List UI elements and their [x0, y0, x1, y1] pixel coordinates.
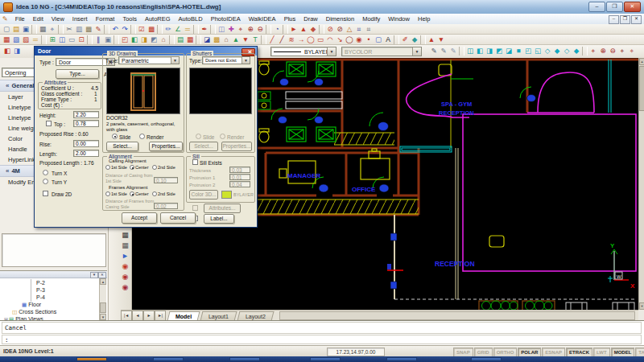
tree-item[interactable]: P-3: [0, 286, 100, 294]
roof-icon[interactable]: ⌂: [159, 35, 168, 44]
menu-item[interactable]: Edit: [29, 14, 47, 23]
casing-1st-radio[interactable]: [105, 165, 110, 170]
scroll-down-icon[interactable]: ▼: [639, 302, 644, 310]
layer-states-icon[interactable]: ▦: [120, 241, 130, 250]
menu-item[interactable]: View: [47, 14, 68, 23]
view-cube-back-icon[interactable]: ◱: [533, 47, 543, 56]
linetype-combobox[interactable]: BYLAYER ▼: [270, 47, 336, 56]
copy-icon[interactable]: ▥: [74, 25, 84, 34]
horizontal-scrollbar[interactable]: [279, 311, 635, 320]
image-icon[interactable]: ◫: [217, 25, 226, 34]
angle-measure-icon[interactable]: ∠: [173, 25, 183, 34]
view-cube-ne-icon[interactable]: ◪: [504, 47, 514, 56]
render-sphere-3-icon[interactable]: ◉: [120, 282, 130, 292]
taskbar-item[interactable]: [76, 357, 107, 361]
frames-center-radio[interactable]: [130, 191, 134, 196]
menu-item[interactable]: AutoBLD: [175, 14, 207, 23]
no-entity-icon[interactable]: ⊘: [325, 25, 335, 34]
vertical-scrollbar[interactable]: ▲ ▼: [638, 58, 644, 310]
turn-y-radio[interactable]: [43, 179, 48, 184]
menu-item[interactable]: Plus: [280, 14, 300, 23]
height-field[interactable]: 2.20: [73, 111, 99, 118]
view-diamond-2-icon[interactable]: ◆: [552, 47, 562, 56]
zoom-out-2-icon[interactable]: ⊖: [608, 47, 617, 56]
taskbar-item[interactable]: [229, 357, 260, 361]
redo-icon[interactable]: ↷: [120, 25, 130, 34]
render-radio[interactable]: [139, 134, 145, 139]
print-icon[interactable]: ▦: [38, 25, 47, 34]
paste-icon[interactable]: ▩: [84, 25, 93, 34]
layer-manager-icon[interactable]: ▦: [120, 230, 130, 240]
rectangle-icon[interactable]: ▭: [316, 35, 325, 44]
view-cube-sw-icon[interactable]: ◧: [475, 47, 485, 56]
beam-icon[interactable]: ═: [31, 35, 40, 44]
menu-item[interactable]: Modify: [358, 14, 384, 23]
zoom-realtime-icon[interactable]: ⌖: [588, 47, 598, 56]
draw-order-2-icon[interactable]: ✎: [439, 47, 448, 56]
slab-icon[interactable]: ▭: [67, 35, 76, 44]
window-tool-icon[interactable]: ◫: [57, 35, 67, 44]
casing-2nd-radio[interactable]: [152, 165, 157, 170]
menu-item[interactable]: File: [11, 14, 29, 23]
status-toggle[interactable]: TABLET: [635, 348, 644, 357]
wall-outer-icon[interactable]: ▧: [21, 35, 31, 44]
panel-tool-icon[interactable]: ▣: [103, 35, 113, 44]
menu-item[interactable]: AutoREG: [141, 14, 175, 23]
menu-item[interactable]: PhotoIDEA: [207, 14, 245, 23]
shutters-type-combobox[interactable]: Does not Exist ▼: [202, 56, 250, 64]
tree-item[interactable]: ◫Cross Sections: [0, 308, 100, 315]
menu-item[interactable]: Format: [92, 14, 119, 23]
hatch-wall-icon[interactable]: ▦: [185, 35, 195, 44]
view-diamond-4-icon[interactable]: ◆: [572, 47, 581, 56]
view-cube-se-icon[interactable]: ◨: [485, 47, 494, 56]
menu-item[interactable]: Draw: [299, 14, 322, 23]
minimize-button[interactable]: –: [588, 2, 605, 12]
rise-field[interactable]: 0.00: [73, 140, 99, 147]
scroll-up-icon[interactable]: ▲: [639, 58, 644, 65]
pencil-icon[interactable]: ✏: [163, 25, 173, 34]
view-cube-nw-icon[interactable]: ◩: [494, 47, 504, 56]
status-toggle[interactable]: ESNAP: [542, 348, 565, 357]
open-icon[interactable]: ▤: [11, 25, 21, 34]
panel-close-icon[interactable]: ✕: [98, 272, 106, 278]
turn-x-radio[interactable]: [43, 170, 48, 175]
draw-order-3-icon[interactable]: ✎: [448, 47, 458, 56]
triangle-warn-icon[interactable]: △: [345, 25, 354, 34]
ruler-icon[interactable]: ═: [183, 25, 192, 34]
house-icon[interactable]: ⌂: [221, 35, 231, 44]
iso-view-icon[interactable]: ◧: [2, 47, 12, 56]
status-toggle[interactable]: SNAP: [453, 348, 473, 357]
frames-1st-radio[interactable]: [105, 191, 110, 196]
cancel-button[interactable]: Cancel: [160, 212, 196, 224]
scrollbar-thumb[interactable]: [639, 66, 644, 111]
mdi-restore-button[interactable]: ❐: [620, 15, 630, 24]
fly-through-icon[interactable]: ►: [120, 251, 130, 261]
label-button[interactable]: Label...: [204, 214, 234, 224]
zoom-out-icon[interactable]: ⊖: [255, 25, 265, 34]
draw-2d-checkbox[interactable]: [43, 191, 48, 196]
spline-icon[interactable]: ↘: [335, 35, 345, 44]
restore-button[interactable]: ❐: [606, 2, 623, 12]
grid-tool-icon[interactable]: ⊞: [47, 35, 57, 44]
chevron-down-icon[interactable]: ▼: [171, 57, 179, 64]
3d-type-combobox[interactable]: Parametric ▼: [118, 56, 180, 64]
undo-icon[interactable]: ↶: [110, 25, 120, 34]
donut-icon[interactable]: ◉: [354, 35, 364, 44]
ray-icon[interactable]: →: [296, 35, 306, 44]
stairs-icon[interactable]: ▤: [175, 35, 185, 44]
view-cube-top-icon[interactable]: ■: [514, 47, 523, 56]
hatch-gray-icon[interactable]: ⌗: [364, 25, 374, 34]
status-toggle[interactable]: GRID: [474, 348, 493, 357]
match-properties-icon[interactable]: ✎: [93, 25, 103, 34]
render-sphere-1-icon[interactable]: ◉: [120, 261, 130, 271]
status-toggle[interactable]: ETRACK: [566, 348, 592, 357]
level-down-icon[interactable]: ▼: [241, 35, 250, 44]
line-icon[interactable]: ╱: [267, 35, 277, 44]
view-top-icon[interactable]: ◩: [149, 35, 159, 44]
mdi-minimize-button[interactable]: –: [609, 15, 619, 24]
diamond-tool-icon[interactable]: ◆: [308, 25, 318, 34]
no-layer-icon[interactable]: ⊘: [335, 25, 345, 34]
menu-item[interactable]: Window: [384, 14, 414, 23]
arc-icon[interactable]: ◠: [325, 35, 335, 44]
sill-exists-checkbox[interactable]: [192, 159, 198, 165]
